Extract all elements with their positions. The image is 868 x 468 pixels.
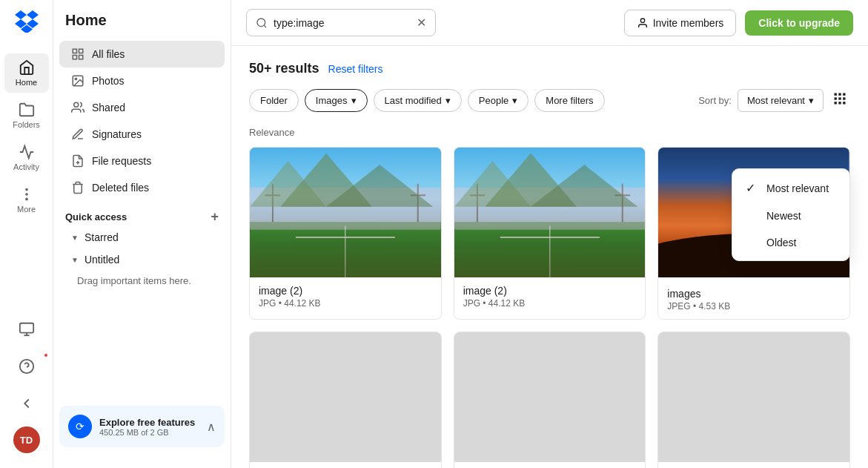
sort-chevron-icon: ▾ [809,95,814,106]
rail-item-home-label: Home [16,78,37,87]
rail-item-activity-label: Activity [13,162,39,171]
sidebar-footer: ⟳ Explore free features 450.25 MB of 2 G… [53,397,231,456]
image-info-1: image (2) JPG • 44.12 KB [250,277,441,316]
image-info-6 [658,462,849,468]
svg-rect-25 [843,97,845,99]
search-icon [256,17,268,29]
svg-point-0 [26,189,27,191]
sidebar-item-deleted-files[interactable]: Deleted files [59,174,225,201]
sort-most-relevant-label: Most relevant [766,182,829,194]
image-card-1[interactable]: image (2) JPG • 44.12 KB [249,147,442,320]
filter-people[interactable]: People ▾ [468,89,529,112]
relevance-header: Relevance [249,127,850,138]
filter-last-modified[interactable]: Last modified ▾ [374,89,462,112]
image-info-5 [454,462,646,468]
untitled-caret-icon: ▼ [71,256,79,264]
svg-rect-9 [79,49,83,53]
quick-access-header: Quick access + [53,201,231,226]
filter-folder[interactable]: Folder [249,89,299,112]
svg-point-17 [257,19,265,27]
starred-item[interactable]: ▼ Starred [53,226,231,248]
svg-rect-30 [250,222,441,277]
image-name-3: images [667,288,841,300]
image-thumb-2 [454,148,646,277]
svg-rect-20 [835,93,837,96]
image-name-2: image (2) [463,285,637,297]
image-thumb-1 [250,148,441,277]
svg-rect-22 [843,93,845,96]
image-card-2[interactable]: image (2) JPG • 44.12 KB [454,147,646,320]
filter-folder-label: Folder [260,95,288,106]
search-box[interactable]: ✕ [246,9,436,36]
filter-last-modified-chevron-icon: ▾ [445,95,451,106]
sort-button[interactable]: Most relevant ▾ [738,89,824,112]
sidebar-title: Home [53,12,231,41]
sort-label: Sort by: [698,95,732,106]
filter-images-label: Images [316,95,348,106]
image-meta-2: JPG • 44.12 KB [463,298,637,309]
sort-option-newest[interactable]: Newest [732,202,849,229]
svg-rect-28 [843,102,845,104]
rail-item-help[interactable] [4,352,49,380]
image-card-4[interactable] [249,332,442,468]
rail-item-more[interactable]: More [4,180,49,220]
rail-item-home[interactable]: Home [4,53,49,93]
rail-item-activity[interactable]: Activity [4,138,49,177]
sidebar-shared-label: Shared [92,102,125,113]
filter-more[interactable]: More filters [534,89,604,112]
sort-oldest-label: Oldest [766,237,796,248]
search-input[interactable] [274,17,411,29]
search-clear-button[interactable]: ✕ [417,16,426,30]
sidebar-item-shared[interactable]: Shared [59,94,225,121]
invite-members-button[interactable]: Invite members [624,10,737,36]
sidebar: Home All files Photos Shared Signatures … [53,0,231,468]
sort-area: Sort by: Most relevant ▾ [698,88,850,112]
explore-text: Explore free features 450.25 MB of 2 GB [99,417,199,437]
filter-images[interactable]: Images ▾ [305,89,368,112]
svg-rect-27 [838,102,841,104]
image-meta-1: JPG • 44.12 KB [259,298,432,309]
sort-option-oldest[interactable]: Oldest [732,229,849,256]
svg-rect-8 [73,49,76,53]
svg-point-2 [26,199,27,200]
untitled-item[interactable]: ▼ Untitled [53,248,231,271]
help-badge [43,352,49,358]
sidebar-item-all-files[interactable]: All files [59,41,225,67]
sidebar-item-file-requests[interactable]: File requests [59,148,225,174]
sort-dropdown: ✓ Most relevant Newest Oldest [732,168,850,261]
sidebar-file-requests-label: File requests [92,155,151,167]
untitled-label: Untitled [85,254,119,266]
sort-newest-label: Newest [766,210,801,222]
explore-chevron-icon[interactable]: ∧ [207,420,216,434]
image-info-2: image (2) JPG • 44.12 KB [454,277,646,316]
explore-banner[interactable]: ⟳ Explore free features 450.25 MB of 2 G… [59,406,225,447]
grid-icon [832,91,847,106]
content-area: 50+ results Reset filters Folder Images … [231,46,868,468]
reset-filters-link[interactable]: Reset filters [328,63,383,75]
topbar: ✕ Invite members Click to upgrade [231,0,868,46]
sidebar-item-photos[interactable]: Photos [59,67,225,94]
image-thumb-6 [658,332,849,462]
upgrade-button[interactable]: Click to upgrade [745,10,853,36]
dropbox-logo[interactable] [15,9,39,36]
sidebar-item-signatures[interactable]: Signatures [59,121,225,148]
image-card-6[interactable] [657,332,850,468]
quick-access-add-button[interactable]: + [211,210,219,223]
filter-people-label: People [479,95,508,106]
user-avatar[interactable]: TD [13,426,40,453]
sort-option-most-relevant[interactable]: ✓ Most relevant [732,174,849,202]
rail-item-folders[interactable]: Folders [4,96,49,135]
sidebar-signatures-label: Signatures [92,128,142,140]
rail-item-desktop[interactable] [4,315,49,343]
sidebar-photos-label: Photos [92,75,125,87]
grid-toggle-button[interactable] [829,88,850,112]
svg-rect-11 [79,56,83,59]
results-header: 50+ results Reset filters [249,61,850,76]
svg-point-13 [75,78,76,79]
image-card-5[interactable] [454,332,646,468]
svg-rect-23 [835,97,837,99]
invite-icon [637,17,649,29]
quick-access-label: Quick access [65,211,127,223]
svg-rect-24 [838,97,841,99]
rail-item-back[interactable] [4,389,49,418]
